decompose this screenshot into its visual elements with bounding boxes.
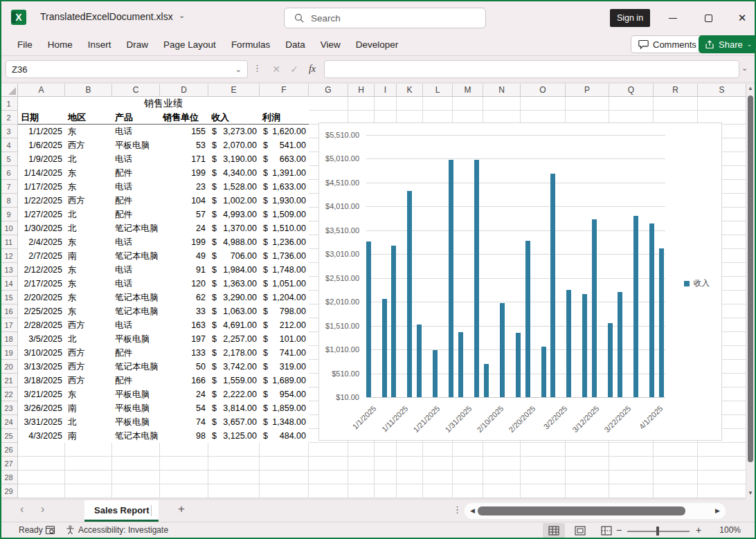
minimize-button[interactable] bbox=[663, 8, 683, 28]
table-cell[interactable]: $3,814.00 bbox=[208, 401, 260, 415]
column-header-E[interactable]: E bbox=[208, 84, 260, 97]
table-cell[interactable]: $4,691.00 bbox=[208, 318, 260, 332]
table-cell[interactable]: 199 bbox=[160, 166, 208, 180]
table-cell[interactable]: 西方 bbox=[65, 374, 112, 387]
table-cell[interactable]: $1,736.00 bbox=[260, 249, 309, 263]
table-header-cell[interactable]: 销售单位 bbox=[160, 111, 208, 125]
table-cell[interactable]: 东 bbox=[65, 263, 112, 277]
scroll-down-icon[interactable]: ▼ bbox=[746, 490, 755, 496]
table-cell[interactable]: 东 bbox=[65, 304, 112, 318]
table-cell[interactable]: 50 bbox=[160, 360, 208, 374]
table-cell[interactable]: $1,051.00 bbox=[260, 277, 309, 291]
column-header-N[interactable]: N bbox=[483, 84, 521, 97]
ribbon-tab-home[interactable]: Home bbox=[40, 33, 80, 55]
table-cell[interactable]: 2/20/2025 bbox=[18, 291, 65, 304]
table-cell[interactable]: $1,236.00 bbox=[260, 235, 309, 249]
table-cell[interactable]: 163 bbox=[160, 318, 208, 332]
table-cell[interactable]: $101.00 bbox=[260, 332, 309, 346]
table-cell[interactable]: 57 bbox=[160, 208, 208, 221]
table-cell[interactable]: 166 bbox=[160, 374, 208, 387]
table-cell[interactable]: $663.00 bbox=[260, 152, 309, 166]
table-cell[interactable]: 2/7/2025 bbox=[18, 249, 65, 263]
table-cell[interactable]: 笔记本电脑 bbox=[112, 291, 160, 304]
table-cell[interactable]: 北 bbox=[65, 415, 112, 429]
chart-bar[interactable] bbox=[608, 323, 613, 397]
table-cell[interactable]: $1,510.00 bbox=[260, 221, 309, 235]
vertical-scroll-thumb[interactable] bbox=[748, 95, 753, 462]
table-cell[interactable]: $1,063.00 bbox=[208, 304, 260, 318]
row-header-19[interactable]: 19 bbox=[0, 346, 18, 360]
chart-bar[interactable] bbox=[618, 292, 622, 397]
table-cell[interactable]: $212.00 bbox=[260, 318, 309, 332]
row-header-23[interactable]: 23 bbox=[0, 401, 18, 415]
table-cell[interactable]: 平板电脑 bbox=[112, 332, 160, 346]
table-cell[interactable]: 98 bbox=[160, 429, 208, 443]
table-cell[interactable]: $1,348.00 bbox=[260, 415, 309, 429]
table-cell[interactable]: 3/5/2025 bbox=[18, 332, 65, 346]
row-header-29[interactable]: 29 bbox=[0, 484, 18, 498]
page-layout-view-button[interactable] bbox=[569, 523, 591, 538]
row-header-2[interactable]: 2 bbox=[0, 111, 18, 125]
ribbon-tab-view[interactable]: View bbox=[313, 33, 348, 55]
table-cell[interactable]: 笔记本电脑 bbox=[112, 304, 160, 318]
table-cell[interactable]: $1,002.00 bbox=[208, 194, 260, 208]
table-cell[interactable]: $1,370.00 bbox=[208, 221, 260, 235]
zoom-level[interactable]: 100% bbox=[716, 525, 741, 535]
table-cell[interactable]: $3,273.00 bbox=[208, 125, 260, 138]
row-header-24[interactable]: 24 bbox=[0, 415, 18, 429]
table-cell[interactable]: 3/18/2025 bbox=[18, 374, 65, 387]
table-cell[interactable]: 155 bbox=[160, 125, 208, 138]
table-cell[interactable]: 东 bbox=[65, 387, 112, 401]
row-header-12[interactable]: 12 bbox=[0, 249, 18, 263]
table-cell[interactable]: 2/4/2025 bbox=[18, 235, 65, 249]
table-cell[interactable]: 1/22/2025 bbox=[18, 194, 65, 208]
more-options-icon[interactable]: ⋮ bbox=[453, 504, 462, 515]
row-header-8[interactable]: 8 bbox=[0, 194, 18, 208]
column-header-A[interactable]: A bbox=[18, 84, 65, 97]
table-cell[interactable]: 配件 bbox=[112, 166, 160, 180]
table-cell[interactable]: $2,257.00 bbox=[208, 332, 260, 346]
table-cell[interactable]: 171 bbox=[160, 152, 208, 166]
sheet-tab-sales-report[interactable]: Sales Report bbox=[84, 500, 159, 522]
table-cell[interactable]: 23 bbox=[160, 180, 208, 194]
table-cell[interactable]: $1,620.00 bbox=[260, 125, 309, 138]
row-header-10[interactable]: 10 bbox=[0, 221, 18, 235]
chart-bar[interactable] bbox=[382, 299, 387, 397]
ribbon-tab-file[interactable]: File bbox=[10, 33, 40, 55]
chevron-down-icon[interactable]: ⌄ bbox=[235, 65, 242, 74]
chart-bar[interactable] bbox=[474, 160, 479, 397]
table-cell[interactable]: 电话 bbox=[112, 235, 160, 249]
table-cell[interactable]: 东 bbox=[65, 180, 112, 194]
table-cell[interactable]: $1,509.00 bbox=[260, 208, 309, 221]
table-header-cell[interactable]: 收入 bbox=[208, 111, 260, 125]
table-cell[interactable]: 东 bbox=[65, 291, 112, 304]
chart-bar[interactable] bbox=[417, 325, 422, 397]
table-cell[interactable]: 1/9/2025 bbox=[18, 152, 65, 166]
row-header-22[interactable]: 22 bbox=[0, 387, 18, 401]
table-cell[interactable]: 东 bbox=[65, 235, 112, 249]
table-cell[interactable]: $2,070.00 bbox=[208, 138, 260, 152]
table-cell[interactable]: 3/31/2025 bbox=[18, 415, 65, 429]
column-header-G[interactable]: G bbox=[309, 84, 348, 97]
column-header-Q[interactable]: Q bbox=[609, 84, 654, 97]
column-header-D[interactable]: D bbox=[160, 84, 208, 97]
table-cell[interactable]: 平板电脑 bbox=[112, 387, 160, 401]
table-cell[interactable]: 24 bbox=[160, 221, 208, 235]
table-cell[interactable]: $1,930.00 bbox=[260, 194, 309, 208]
table-cell[interactable]: $3,125.00 bbox=[208, 429, 260, 443]
column-header-C[interactable]: C bbox=[112, 84, 160, 97]
column-header-H[interactable]: H bbox=[348, 84, 375, 97]
sign-in-button[interactable]: Sign in bbox=[610, 9, 650, 27]
chart-bar[interactable] bbox=[550, 174, 555, 397]
table-cell[interactable]: 北 bbox=[65, 208, 112, 221]
scroll-up-icon[interactable]: ▲ bbox=[746, 85, 755, 91]
table-cell[interactable]: 东 bbox=[65, 125, 112, 138]
table-cell[interactable]: 1/1/2025 bbox=[18, 125, 65, 138]
chart-bar[interactable] bbox=[592, 219, 597, 397]
row-header-5[interactable]: 5 bbox=[0, 152, 18, 166]
table-cell[interactable]: 笔记本电脑 bbox=[112, 429, 160, 443]
chart-bar[interactable] bbox=[541, 347, 546, 397]
table-cell[interactable]: 平板电脑 bbox=[112, 401, 160, 415]
table-cell[interactable]: 104 bbox=[160, 194, 208, 208]
table-cell[interactable]: $3,290.00 bbox=[208, 291, 260, 304]
